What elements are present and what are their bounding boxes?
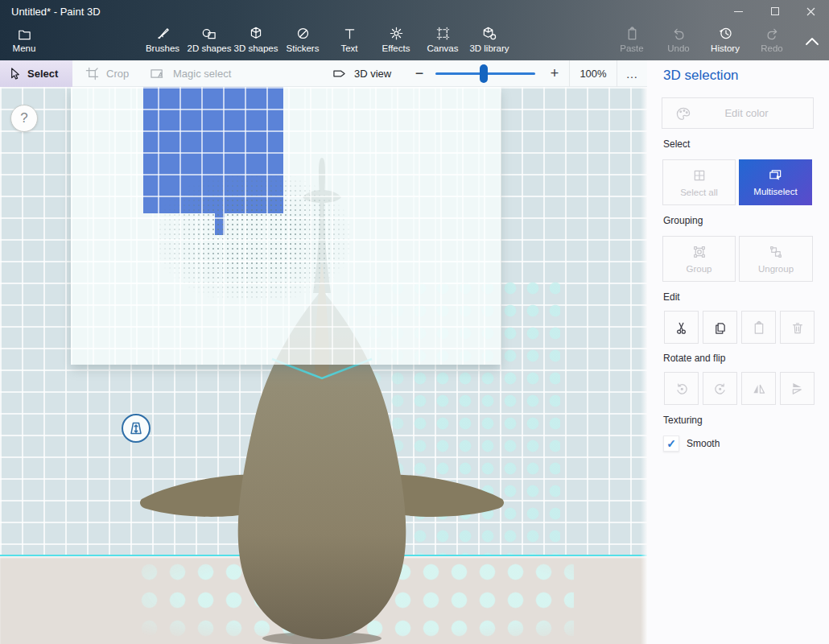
- chevron-up-icon: [805, 37, 819, 46]
- select-all-icon: [692, 168, 707, 183]
- smooth-label: Smooth: [687, 438, 720, 449]
- rotate-left-button[interactable]: [664, 372, 699, 405]
- z-depth-control-button[interactable]: [122, 414, 151, 443]
- multiselect-icon: [768, 168, 783, 182]
- 3d-library-icon: [481, 25, 497, 41]
- paste-button[interactable]: Paste: [608, 25, 655, 59]
- 3d-view-label: 3D view: [354, 68, 391, 80]
- texturing-section-label: Texturing: [663, 415, 703, 426]
- select-all-button[interactable]: Select all: [662, 159, 736, 205]
- select-section-label: Select: [663, 138, 690, 150]
- ribbon-action-label: History: [711, 43, 740, 53]
- copy-button[interactable]: [703, 311, 737, 344]
- history-button[interactable]: History: [702, 25, 749, 59]
- copy-icon: [713, 320, 727, 335]
- cut-button[interactable]: [664, 311, 699, 344]
- group-button[interactable]: Group: [662, 236, 736, 282]
- crop-tool-label: Crop: [106, 68, 129, 80]
- ribbon-tool-label: 3D library: [469, 43, 509, 53]
- flip-vertical-button[interactable]: [780, 372, 815, 405]
- clipboard-icon: [753, 320, 765, 335]
- text-icon: [343, 25, 357, 41]
- flip-vertical-icon: [790, 382, 805, 395]
- crop-tool-button[interactable]: Crop: [77, 60, 137, 87]
- ribbon-tool-label: Canvas: [427, 43, 459, 53]
- undo-button[interactable]: Undo: [655, 25, 702, 59]
- ribbon-tool-label: Brushes: [146, 43, 179, 53]
- zoom-in-button[interactable]: +: [544, 60, 565, 87]
- zoom-slider-thumb[interactable]: [480, 64, 488, 83]
- flip-horizontal-button[interactable]: [741, 372, 776, 405]
- ribbon-tool-label: Effects: [382, 43, 410, 53]
- ribbon-action-label: Redo: [761, 43, 783, 53]
- rotate-right-button[interactable]: [703, 372, 737, 405]
- ribbon-tool-2d-shapes[interactable]: 2D shapes: [186, 25, 233, 59]
- multiselect-button[interactable]: Multiselect: [739, 159, 812, 205]
- ungroup-button[interactable]: Ungroup: [739, 236, 813, 282]
- more-options-button[interactable]: …: [617, 60, 647, 87]
- help-button[interactable]: ?: [10, 105, 38, 132]
- header: Untitled* - Paint 3D Menu Brushes 2D sha…: [0, 0, 829, 60]
- zoom-level-value[interactable]: 100%: [569, 60, 617, 87]
- magic-select-tool-button[interactable]: Magic select: [142, 60, 239, 87]
- close-button[interactable]: [793, 0, 829, 23]
- tool-options-bar: Select Crop Magic select 3D view − + 100…: [0, 60, 647, 87]
- scene-edge-fade: [641, 87, 647, 644]
- history-icon: [718, 25, 733, 41]
- trash-icon: [791, 320, 804, 335]
- ribbon-tool-effects[interactable]: Effects: [373, 25, 419, 59]
- ribbon-tool-canvas[interactable]: Canvas: [419, 25, 466, 59]
- ribbon-tool-label: 3D shapes: [234, 43, 278, 53]
- flip-horizontal-icon: [752, 382, 766, 395]
- paste-icon: [625, 25, 639, 41]
- select-tool-button[interactable]: Select: [0, 60, 72, 87]
- magic-select-icon: [150, 67, 166, 80]
- ribbon: Menu Brushes 2D shapes 3D shapes Sticker…: [0, 23, 829, 60]
- effects-icon: [389, 25, 404, 41]
- collapse-ribbon-button[interactable]: [802, 31, 823, 52]
- select-all-label: Select all: [680, 188, 718, 197]
- ribbon-tool-text[interactable]: Text: [326, 25, 373, 59]
- crop-icon: [85, 67, 99, 80]
- zoom-slider[interactable]: [435, 72, 535, 75]
- paint3d-window: Untitled* - Paint 3D Menu Brushes 2D sha…: [0, 0, 829, 644]
- ungroup-label: Ungroup: [758, 264, 794, 274]
- select-tool-label: Select: [27, 68, 58, 80]
- 3d-view-button[interactable]: 3D view: [324, 60, 399, 87]
- window-title: Untitled* - Paint 3D: [11, 6, 101, 18]
- paste-panel-button[interactable]: [741, 311, 776, 344]
- minimize-icon: [734, 11, 743, 12]
- edit-color-button[interactable]: Edit color: [662, 97, 814, 129]
- canvas-viewport[interactable]: ?: [0, 87, 647, 644]
- multiselect-label: Multiselect: [753, 187, 797, 196]
- menu-label: Menu: [13, 43, 36, 53]
- minimize-button[interactable]: [720, 0, 757, 23]
- zoom-out-button[interactable]: −: [409, 60, 430, 87]
- ribbon-tool-stickers[interactable]: Stickers: [279, 25, 326, 59]
- pointer-icon: [8, 67, 20, 80]
- canvas-icon: [435, 25, 451, 41]
- panel-title: 3D selection: [663, 68, 739, 84]
- 2d-shapes-icon: [201, 25, 217, 41]
- ribbon-tool-brushes[interactable]: Brushes: [139, 25, 186, 59]
- group-icon: [692, 245, 707, 259]
- title-bar: Untitled* - Paint 3D: [0, 0, 829, 23]
- 3d-selection-panel: 3D selection Edit color Select Select al…: [647, 60, 829, 644]
- grouping-section-label: Grouping: [663, 215, 703, 226]
- menu-button[interactable]: Menu: [6, 25, 43, 59]
- rotate-right-icon: [713, 382, 728, 396]
- menu-icon: [17, 25, 32, 41]
- delete-button[interactable]: [780, 311, 815, 344]
- redo-button[interactable]: Redo: [749, 25, 795, 59]
- close-icon: [806, 7, 815, 16]
- ribbon-tool-3d-library[interactable]: 3D library: [466, 25, 513, 59]
- rotate-flip-section-label: Rotate and flip: [663, 353, 725, 364]
- ribbon-tool-3d-shapes[interactable]: 3D shapes: [233, 25, 279, 59]
- ribbon-tool-label: 2D shapes: [188, 43, 232, 53]
- ribbon-tool-label: Stickers: [287, 43, 320, 53]
- window-controls: [720, 0, 829, 23]
- maximize-button[interactable]: [757, 0, 793, 23]
- spray-paint-blob: [158, 174, 349, 301]
- z-depth-icon: [127, 420, 145, 436]
- smooth-checkbox[interactable]: ✓: [663, 436, 679, 452]
